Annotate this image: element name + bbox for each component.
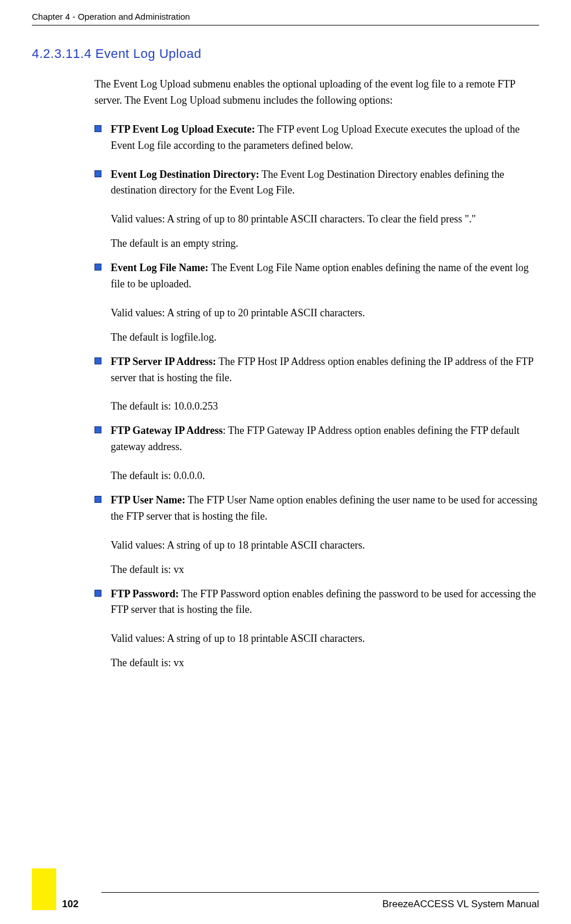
list-item-text: Event Log Destination Directory: The Eve… [111, 167, 539, 199]
item-subtext: Valid values: A string of up to 80 print… [111, 211, 539, 228]
item-label: FTP Server IP Address: [111, 356, 216, 367]
item-subtext: The default is: vx [111, 562, 539, 578]
list-item: Event Log Destination Directory: The Eve… [94, 167, 539, 199]
intro-paragraph: The Event Log Upload submenu enables the… [94, 76, 539, 109]
list-item-text: FTP Password: The FTP Password option en… [111, 586, 539, 619]
item-subtext: The default is logfile.log. [111, 330, 539, 346]
square-bullet-icon [94, 125, 101, 132]
item-subtext: The default is: 10.0.0.253 [111, 399, 539, 415]
item-subtext: The default is: 0.0.0.0. [111, 468, 539, 484]
item-subtext: Valid values: A string of up to 18 print… [111, 631, 539, 647]
square-bullet-icon [94, 264, 101, 271]
list-item-text: FTP Server IP Address: The FTP Host IP A… [111, 354, 539, 386]
item-label: FTP Event Log Upload Execute: [111, 123, 255, 135]
item-subtext: Valid values: A string of up to 18 print… [111, 538, 539, 554]
item-subtext: Valid values: A string of up to 20 print… [111, 305, 539, 322]
square-bullet-icon [94, 426, 101, 433]
square-bullet-icon [94, 170, 101, 177]
list-item: FTP Gateway IP Address: The FTP Gateway … [94, 423, 539, 455]
list-item: FTP Server IP Address: The FTP Host IP A… [94, 354, 539, 386]
item-label: Event Log Destination Directory: [111, 169, 259, 180]
item-label: FTP Password: [111, 588, 179, 600]
page-footer: 102 BreezeACCESS VL System Manual [0, 892, 571, 910]
section-title: 4.2.3.11.4 Event Log Upload [32, 46, 539, 61]
item-label: FTP User Name: [111, 494, 186, 506]
list-item-text: FTP Event Log Upload Execute: The FTP ev… [111, 122, 539, 154]
list-item-text: FTP User Name: The FTP User Name option … [111, 492, 539, 525]
item-label: Event Log File Name: [111, 262, 208, 273]
square-bullet-icon [94, 496, 101, 503]
list-item: FTP Event Log Upload Execute: The FTP ev… [94, 122, 539, 154]
item-label: FTP Gateway IP Address [111, 425, 223, 436]
square-bullet-icon [94, 357, 101, 364]
square-bullet-icon [94, 590, 101, 597]
manual-title: BreezeACCESS VL System Manual [382, 899, 539, 910]
list-item: FTP User Name: The FTP User Name option … [94, 492, 539, 525]
list-item-text: FTP Gateway IP Address: The FTP Gateway … [111, 423, 539, 455]
page-number: 102 [62, 899, 78, 910]
list-item: FTP Password: The FTP Password option en… [94, 586, 539, 619]
item-subtext: The default is an empty string. [111, 236, 539, 252]
item-subtext: The default is: vx [111, 655, 539, 671]
list-item-text: Event Log File Name: The Event Log File … [111, 260, 539, 293]
list-item: Event Log File Name: The Event Log File … [94, 260, 539, 293]
chapter-header: Chapter 4 - Operation and Administration [32, 12, 539, 25]
footer-rule [101, 892, 539, 893]
yellow-accent-bar [32, 868, 56, 910]
